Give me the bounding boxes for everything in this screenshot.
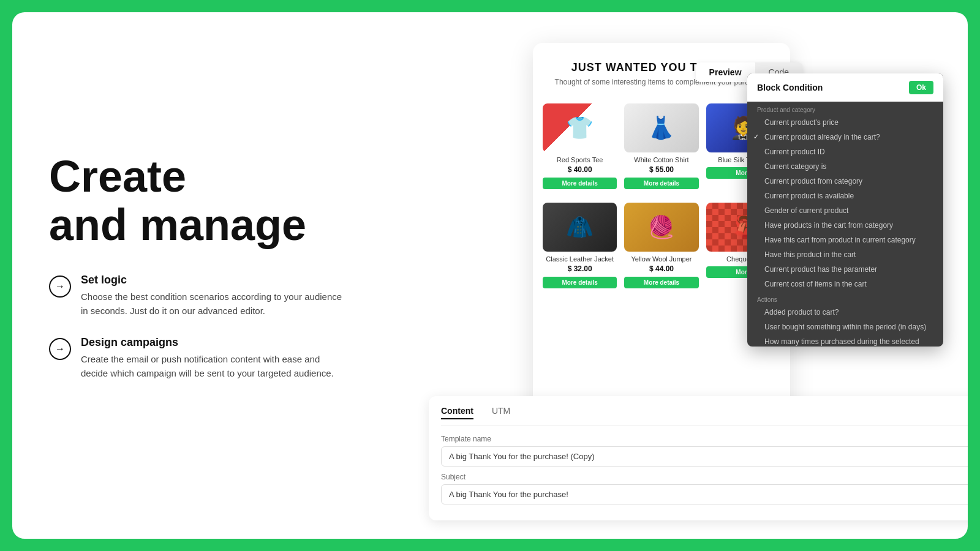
bc-item-user-bought-period[interactable]: User bought something within the period … (747, 320, 943, 334)
tab-preview[interactable]: Preview (696, 62, 755, 82)
editor-tab-utm[interactable]: UTM (492, 406, 510, 419)
product-img-yellow-jumper (624, 203, 698, 252)
main-heading: Create and manage (49, 152, 343, 249)
bc-item-added-product-cart[interactable]: Added product to cart? (747, 305, 943, 320)
section-label-product-category: Product and category (747, 102, 943, 115)
product-price-leather-jacket: $ 32.00 (543, 264, 617, 273)
subject-field: Subject (441, 473, 968, 511)
product-btn-red-tee[interactable]: More details (543, 178, 617, 189)
set-logic-title: Set logic (81, 274, 343, 287)
main-card: Create and manage → Set logic Choose the… (12, 12, 968, 539)
product-name-white-shirt: White Cotton Shirt (624, 156, 698, 163)
design-campaigns-icon: → (49, 338, 71, 360)
template-name-field: Template name (441, 435, 968, 473)
block-condition-list: Product and category Current product's p… (747, 102, 943, 347)
bc-item-gender-current-product[interactable]: Gender of current product (747, 203, 943, 218)
product-price-yellow-jumper: $ 44.00 (624, 264, 698, 273)
product-btn-leather-jacket[interactable]: More details (543, 277, 617, 288)
product-card-red-tee: Red Sports Tee $ 40.00 More details (539, 100, 620, 193)
bc-item-how-many-times-purchased[interactable]: How many times purchased during the sele… (747, 334, 943, 347)
template-name-label: Template name (441, 435, 968, 443)
block-condition-header: Block Condition Ok (747, 73, 943, 102)
product-btn-white-shirt[interactable]: More details (624, 178, 698, 189)
bc-item-have-this-cart-product[interactable]: Have this cart from product in current c… (747, 233, 943, 247)
product-card-yellow-jumper: Yellow Wool Jumper $ 44.00 More details (620, 199, 702, 292)
bc-item-current-product-available[interactable]: Current product is available (747, 189, 943, 203)
feature-set-logic: → Set logic Choose the best condition sc… (49, 274, 343, 318)
product-card-leather-jacket: Classic Leather Jacket $ 32.00 More deta… (539, 199, 620, 292)
bc-item-current-product-parameter[interactable]: Current product has the parameter (747, 262, 943, 277)
editor-panel: Content UTM Template name Subject (429, 396, 968, 520)
product-price-white-shirt: $ 55.00 (624, 165, 698, 174)
template-name-input[interactable] (441, 446, 968, 467)
block-condition-title: Block Condition (757, 83, 823, 92)
product-img-red-tee (543, 103, 617, 152)
set-logic-icon: → (49, 276, 71, 298)
product-name-yellow-jumper: Yellow Wool Jumper (624, 255, 698, 263)
bc-item-current-product-in-cart[interactable]: Current product already in the cart? (747, 130, 943, 144)
right-section: Preview Code JUST WANTED YOU TO KNOW! Th… (368, 12, 931, 539)
feature-design-campaigns: → Design campaigns Create the email or p… (49, 336, 343, 380)
bc-item-current-category[interactable]: Current category is (747, 159, 943, 174)
product-price-red-tee: $ 40.00 (543, 165, 617, 174)
product-img-white-shirt (624, 103, 698, 152)
bc-item-have-this-product-cart[interactable]: Have this product in the cart (747, 247, 943, 262)
product-btn-yellow-jumper[interactable]: More details (624, 277, 698, 288)
editor-tab-content[interactable]: Content (441, 406, 473, 419)
product-name-leather-jacket: Classic Leather Jacket (543, 255, 617, 263)
bc-item-current-cost-items[interactable]: Current cost of items in the cart (747, 277, 943, 291)
set-logic-desc: Choose the best condition scenarios acco… (81, 290, 343, 318)
bc-item-current-product-id[interactable]: Current product ID (747, 144, 943, 159)
left-section: Create and manage → Set logic Choose the… (49, 152, 368, 399)
product-img-leather-jacket (543, 203, 617, 252)
product-card-white-shirt: White Cotton Shirt $ 55.00 More details (620, 100, 702, 193)
subject-input[interactable] (441, 484, 968, 504)
design-campaigns-desc: Create the email or push notification co… (81, 353, 343, 380)
section-label-actions: Actions (747, 291, 943, 305)
block-condition-dropdown: Block Condition Ok Product and category … (747, 73, 943, 347)
bc-item-have-products-cart-category[interactable]: Have products in the cart from category (747, 218, 943, 233)
block-condition-ok-button[interactable]: Ok (909, 81, 933, 94)
design-campaigns-title: Design campaigns (81, 336, 343, 349)
subject-label: Subject (441, 473, 968, 481)
bc-item-current-product-price[interactable]: Current product's price (747, 115, 943, 130)
bc-item-current-product-from-category[interactable]: Current product from category (747, 174, 943, 189)
editor-tabs: Content UTM (441, 406, 968, 426)
product-name-red-tee: Red Sports Tee (543, 156, 617, 163)
